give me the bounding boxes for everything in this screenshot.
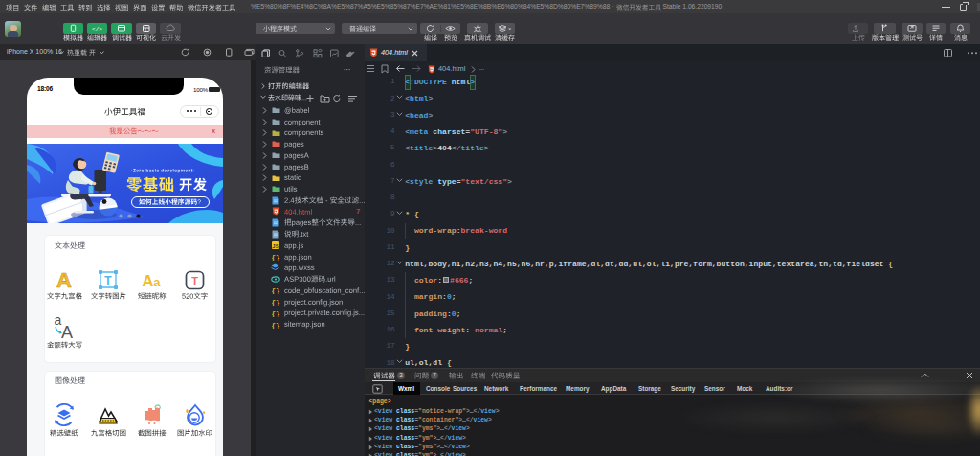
svg-text:{}: {} bbox=[271, 286, 280, 295]
svg-text:{}: {} bbox=[271, 253, 280, 262]
svg-text:{}: {} bbox=[271, 320, 280, 329]
svg-text:A: A bbox=[142, 272, 153, 290]
svg-text:T: T bbox=[191, 275, 198, 286]
svg-text:A: A bbox=[61, 323, 73, 340]
svg-text:A: A bbox=[56, 269, 72, 290]
svg-text:T: T bbox=[104, 274, 112, 287]
svg-text:JS: JS bbox=[272, 243, 278, 249]
svg-text:a: a bbox=[153, 275, 161, 289]
svg-text:{}: {} bbox=[271, 308, 280, 317]
svg-text:{}: {} bbox=[271, 298, 280, 307]
svg-text:</>: </> bbox=[92, 26, 102, 33]
